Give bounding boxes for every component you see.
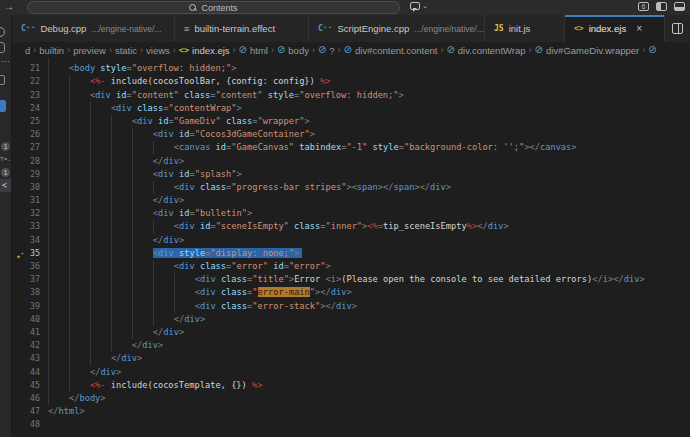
code-line[interactable]: 35✦✦<div style="display: none;"> bbox=[12, 247, 690, 260]
code-token: class bbox=[200, 182, 226, 192]
sidebar-circle-icon[interactable] bbox=[0, 27, 5, 37]
breadcrumb-item[interactable]: ⊘div#GameDiv.wrapper bbox=[535, 45, 640, 56]
breadcrumb-item[interactable]: builtin bbox=[39, 45, 64, 56]
code-line[interactable]: 46</body> bbox=[12, 392, 690, 405]
code-text: </div> bbox=[48, 339, 163, 352]
breadcrumb-item[interactable]: ⊘div#content.content bbox=[344, 45, 438, 56]
code-token: id bbox=[200, 221, 210, 231]
code-line[interactable]: 45<%- include(cocosTemplate, {}) %> bbox=[12, 379, 690, 392]
split-editor-icon[interactable] bbox=[672, 23, 683, 34]
breadcrumb-item[interactable]: d bbox=[25, 45, 30, 56]
code-token: <%- bbox=[90, 380, 106, 390]
breadcrumb-item[interactable]: ⊘? bbox=[318, 45, 335, 56]
tab-ScriptEngine.cpp[interactable]: C⁺⁺ScriptEngine.cpp.../engine/native/... bbox=[309, 15, 485, 42]
code-line[interactable]: 32<div id="bulletin"> bbox=[12, 207, 690, 220]
code-token: div bbox=[163, 195, 179, 205]
code-line[interactable]: 30<div class="progress-bar stripes"><spa… bbox=[12, 181, 690, 194]
code-line[interactable]: 23<div id="content" class="content" styl… bbox=[12, 89, 690, 102]
code-line[interactable]: 37<div class="title">Error <i>(Please op… bbox=[12, 273, 690, 286]
code-line[interactable]: 22<%- include(cocosToolBar, {config: con… bbox=[12, 75, 690, 88]
code-token: class bbox=[200, 261, 226, 271]
breadcrumb-item[interactable]: static bbox=[115, 45, 137, 56]
tab-label: ScriptEngine.cpp bbox=[337, 23, 409, 34]
code-line[interactable]: 47</html> bbox=[12, 405, 690, 418]
tab-Debug.cpp[interactable]: C⁺⁺Debug.cpp.../engine-native/... bbox=[12, 15, 175, 42]
indent-guides bbox=[48, 102, 111, 115]
code-line[interactable]: 40</div> bbox=[12, 313, 690, 326]
code-line[interactable]: 21<body style="overflow: hidden;"> bbox=[12, 62, 690, 75]
code-line[interactable]: 29<div id="splash"> bbox=[12, 168, 690, 181]
indent-guides bbox=[48, 62, 69, 75]
line-number: 42 bbox=[12, 339, 40, 352]
toggle-panel-icon[interactable] bbox=[674, 2, 685, 11]
breadcrumb-label: static bbox=[115, 45, 137, 56]
code-line[interactable]: 26<div id="Cocos3dGameContainer"> bbox=[12, 128, 690, 141]
chat-bubble-icon[interactable] bbox=[410, 2, 420, 10]
code-editor[interactable]: 20</head>21<body style="overflow: hidden… bbox=[12, 58, 690, 437]
line-number: 43 bbox=[12, 352, 40, 365]
breadcrumb-item[interactable]: <>index.ejs bbox=[179, 45, 230, 56]
code-token: "bulletin" bbox=[195, 208, 247, 218]
breadcrumb-item[interactable]: preview bbox=[73, 45, 106, 56]
code-line[interactable]: 42</div> bbox=[12, 339, 690, 352]
breadcrumb-separator: › bbox=[140, 45, 143, 55]
indent-guides bbox=[48, 379, 90, 392]
code-line[interactable]: 24<div class="contentWrap"> bbox=[12, 102, 690, 115]
code-line[interactable]: 41</div> bbox=[12, 326, 690, 339]
layout-grid-icon[interactable]: 6 bbox=[638, 2, 649, 11]
toggle-sidebar-icon[interactable] bbox=[656, 2, 667, 11]
cpp-file-icon: C⁺⁺ bbox=[21, 24, 35, 33]
code-token: > bbox=[247, 208, 252, 218]
code-token: </ bbox=[48, 406, 58, 416]
sidebar-ellipsis[interactable]: … bbox=[1, 55, 10, 63]
code-line[interactable]: 33<div id="sceneIsEmpty" class="inner"><… bbox=[12, 220, 690, 233]
breadcrumb-separator: › bbox=[312, 45, 315, 55]
code-line[interactable]: 28</div> bbox=[12, 155, 690, 168]
code-line[interactable]: 43</div> bbox=[12, 352, 690, 365]
code-token: div bbox=[179, 221, 195, 231]
code-line[interactable]: 25<div id="GameDiv" class="wrapper"> bbox=[12, 115, 690, 128]
breadcrumb-item[interactable]: ⊘div.contentWrap bbox=[446, 45, 525, 56]
code-token: div bbox=[200, 274, 216, 284]
breadcrumb-label: index.ejs bbox=[192, 45, 230, 56]
code-token: "-1" bbox=[346, 142, 367, 152]
code-line[interactable]: 38<div class="error-main"></div> bbox=[12, 286, 690, 299]
forward-arrow-icon[interactable]: → bbox=[4, 1, 14, 12]
close-icon[interactable]: × bbox=[636, 23, 642, 34]
breadcrumb-item[interactable]: views bbox=[146, 45, 170, 56]
breadcrumb-item[interactable]: ⊘body bbox=[277, 45, 309, 56]
sidebar-selected-item[interactable]: < bbox=[0, 179, 11, 192]
indent-guides bbox=[48, 352, 111, 365]
code-token: id bbox=[179, 208, 189, 218]
tab-init.js[interactable]: JSinit.js bbox=[485, 15, 565, 42]
tab-index.ejs[interactable]: <>index.ejs× bbox=[565, 15, 665, 42]
code-token: "background-color: '';" bbox=[404, 142, 524, 152]
symbol-field-icon: ⊘ bbox=[318, 45, 326, 55]
breadcrumb-label: ? bbox=[329, 45, 334, 56]
code-line[interactable]: 39<div class="error-stack"></div> bbox=[12, 300, 690, 313]
indent-guides bbox=[48, 234, 153, 247]
sidebar-square-icon[interactable] bbox=[0, 75, 5, 85]
breadcrumb-item[interactable]: ⊘html bbox=[239, 45, 268, 56]
code-line[interactable]: 36<div class="error" id="error"> bbox=[12, 260, 690, 273]
chat-control[interactable]: ⌄ bbox=[410, 2, 428, 10]
code-token: body bbox=[74, 63, 95, 73]
sidebar-blue-file-icon[interactable] bbox=[0, 100, 6, 112]
code-line[interactable]: 31</div> bbox=[12, 194, 690, 207]
code-token: "error-stack" bbox=[252, 301, 320, 311]
code-line[interactable]: 27<canvas id="GameCanvas" tabindex="-1" … bbox=[12, 141, 690, 154]
code-line[interactable]: 34</div> bbox=[12, 234, 690, 247]
code-token: "error" bbox=[289, 261, 326, 271]
code-line[interactable]: 48 bbox=[12, 418, 690, 431]
tab-builtin-terrain.effect[interactable]: ≡builtin-terrain.effect bbox=[175, 15, 309, 42]
breadcrumb-separator: › bbox=[271, 45, 274, 55]
tab-bar: C⁺⁺Debug.cpp.../engine-native/...≡builti… bbox=[12, 15, 690, 42]
code-token: div bbox=[179, 182, 195, 192]
breadcrumb-item[interactable]: ⊘ bbox=[648, 45, 656, 55]
command-center-search[interactable]: Contents bbox=[27, 1, 400, 14]
code-token: div bbox=[142, 340, 158, 350]
sidebar-rounded-icon[interactable] bbox=[0, 42, 5, 53]
chevron-down-icon[interactable]: ⌄ bbox=[422, 2, 428, 10]
line-number: 40 bbox=[12, 313, 40, 326]
code-line[interactable]: 44</div> bbox=[12, 366, 690, 379]
